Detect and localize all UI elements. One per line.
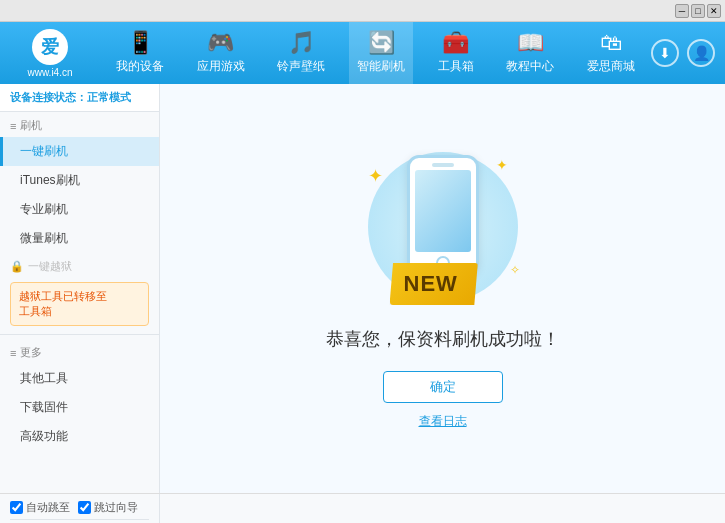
logo-subtitle: www.i4.cn (27, 67, 72, 78)
nav-flash-icon: 🔄 (368, 32, 395, 54)
success-illustration: NEW ✦ ✦ ✧ (363, 147, 523, 307)
section-more-icon: ≡ (10, 347, 16, 359)
jailbreak-note: 越狱工具已转移至工具箱 (10, 282, 149, 326)
nav-apps-label: 应用游戏 (197, 58, 245, 75)
lock-icon: 🔒 (10, 260, 24, 273)
sidebar-item-other-tools[interactable]: 其他工具 (0, 364, 159, 393)
logo-area: 爱 www.i4.cn (0, 22, 100, 84)
auto-jump-input[interactable] (10, 501, 23, 514)
nav-items: 📱 我的设备 🎮 应用游戏 🎵 铃声壁纸 🔄 智能刷机 🧰 工具箱 📖 教程中心… (100, 22, 651, 84)
nav-flash-label: 智能刷机 (357, 58, 405, 75)
header: 爱 www.i4.cn 📱 我的设备 🎮 应用游戏 🎵 铃声壁纸 🔄 智能刷机 … (0, 22, 725, 84)
connection-status: 设备连接状态：正常模式 (0, 84, 159, 112)
sidebar-divider (0, 334, 159, 335)
user-button[interactable]: 👤 (687, 39, 715, 67)
nav-mall-icon: 🛍 (600, 32, 622, 54)
section-flash-icon: ≡ (10, 120, 16, 132)
status-label: 设备连接状态： (10, 91, 87, 103)
nav-tutorials[interactable]: 📖 教程中心 (498, 22, 562, 84)
new-badge: NEW (390, 263, 478, 305)
nav-tutorials-label: 教程中心 (506, 58, 554, 75)
maximize-button[interactable]: □ (691, 4, 705, 18)
confirm-button[interactable]: 确定 (383, 371, 503, 403)
sparkle-left-icon: ✦ (368, 165, 383, 187)
nav-toolbox-icon: 🧰 (442, 32, 469, 54)
status-value: 正常模式 (87, 91, 131, 103)
close-button[interactable]: ✕ (707, 4, 721, 18)
nav-device-icon: 📱 (127, 32, 154, 54)
minimize-button[interactable]: ─ (675, 4, 689, 18)
skip-wizard-label: 跳过向导 (94, 500, 138, 515)
sidebar: 设备连接状态：正常模式 ≡ 刷机 一键刷机 iTunes刷机 专业刷机 微量刷机… (0, 84, 160, 493)
auto-jump-label: 自动跳至 (26, 500, 70, 515)
sidebar-item-save-flash[interactable]: 微量刷机 (0, 224, 159, 253)
daily-link[interactable]: 查看日志 (419, 413, 467, 430)
nav-tutorials-icon: 📖 (517, 32, 544, 54)
success-text: 恭喜您，保资料刷机成功啦！ (326, 327, 560, 351)
main-area: 设备连接状态：正常模式 ≡ 刷机 一键刷机 iTunes刷机 专业刷机 微量刷机… (0, 84, 725, 493)
nav-ringtones[interactable]: 🎵 铃声壁纸 (269, 22, 333, 84)
section-jailbreak-label: 一键越狱 (28, 259, 72, 274)
sidebar-item-download-firmware[interactable]: 下载固件 (0, 393, 159, 422)
nav-apps-icon: 🎮 (207, 32, 234, 54)
window-controls[interactable]: ─ □ ✕ (675, 4, 721, 18)
auto-jump-checkbox[interactable]: 自动跳至 (10, 500, 70, 515)
skip-wizard-input[interactable] (78, 501, 91, 514)
sparkle-bottom-icon: ✧ (510, 263, 520, 277)
download-button[interactable]: ⬇ (651, 39, 679, 67)
sidebar-item-pro-flash[interactable]: 专业刷机 (0, 195, 159, 224)
logo-icon: 爱 (32, 29, 68, 65)
bottom-combined: 自动跳至 跳过向导 📱 iPhone 12 mini 64GB Down-12m… (0, 493, 725, 523)
sidebar-item-advanced[interactable]: 高级功能 (0, 422, 159, 451)
sidebar-section-flash: ≡ 刷机 (0, 112, 159, 137)
sidebar-item-itunes-flash[interactable]: iTunes刷机 (0, 166, 159, 195)
title-bar: ─ □ ✕ (0, 0, 725, 22)
nav-apps-games[interactable]: 🎮 应用游戏 (189, 22, 253, 84)
nav-smart-flash[interactable]: 🔄 智能刷机 (349, 22, 413, 84)
phone-shape (407, 155, 479, 275)
sidebar-section-jailbreak: 🔒 一键越狱 (0, 253, 159, 278)
nav-toolbox-label: 工具箱 (438, 58, 474, 75)
nav-ringtones-label: 铃声壁纸 (277, 58, 325, 75)
checkbox-row: 自动跳至 跳过向导 (10, 500, 149, 520)
nav-device-label: 我的设备 (116, 58, 164, 75)
bottom-sidebar-area: 自动跳至 跳过向导 📱 iPhone 12 mini 64GB Down-12m… (0, 494, 160, 523)
sparkle-right-icon: ✦ (496, 157, 508, 173)
bottom-content-area: 阻止iTunes运行 V7.98.66 客服 微信公众号 检查更新 (160, 494, 725, 523)
nav-ringtones-icon: 🎵 (288, 32, 315, 54)
section-flash-label: 刷机 (20, 118, 42, 133)
main-content: NEW ✦ ✦ ✧ 恭喜您，保资料刷机成功啦！ 确定 查看日志 (160, 84, 725, 493)
nav-mall-label: 爱思商城 (587, 58, 635, 75)
nav-mall[interactable]: 🛍 爱思商城 (579, 22, 643, 84)
sidebar-item-one-click-flash[interactable]: 一键刷机 (0, 137, 159, 166)
section-more-label: 更多 (20, 345, 42, 360)
skip-wizard-checkbox[interactable]: 跳过向导 (78, 500, 138, 515)
nav-actions: ⬇ 👤 (651, 39, 725, 67)
nav-my-device[interactable]: 📱 我的设备 (108, 22, 172, 84)
sidebar-section-more: ≡ 更多 (0, 339, 159, 364)
nav-toolbox[interactable]: 🧰 工具箱 (430, 22, 482, 84)
